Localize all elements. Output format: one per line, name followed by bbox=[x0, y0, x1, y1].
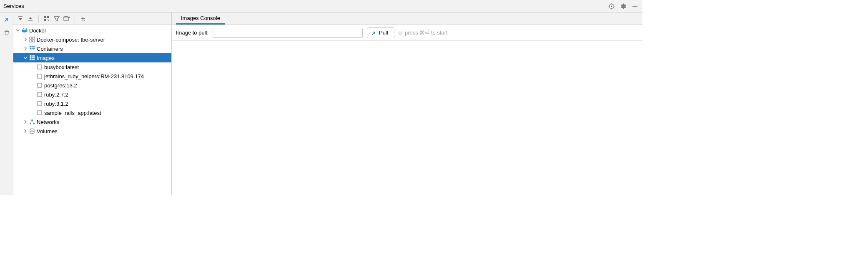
main: Docker Docker-compose: tbe-server Contai… bbox=[0, 12, 642, 195]
spacer bbox=[30, 110, 36, 116]
tree-label: Containers bbox=[36, 46, 63, 52]
svg-rect-11 bbox=[44, 19, 46, 21]
tree-toolbar bbox=[13, 12, 171, 25]
svg-rect-31 bbox=[32, 48, 33, 50]
svg-rect-20 bbox=[25, 30, 25, 30]
collapse-all-icon[interactable] bbox=[26, 14, 35, 23]
spacer bbox=[30, 92, 36, 97]
svg-rect-40 bbox=[32, 59, 33, 60]
tree-label: Volumes bbox=[36, 128, 58, 134]
svg-rect-18 bbox=[22, 30, 23, 30]
group-by-icon[interactable] bbox=[42, 14, 51, 23]
image-to-pull-input[interactable] bbox=[213, 28, 363, 38]
networks-icon bbox=[28, 119, 36, 125]
svg-rect-37 bbox=[32, 57, 33, 59]
tree-node-image[interactable]: postgres:13.2 bbox=[13, 81, 171, 90]
window-title: Services bbox=[3, 3, 607, 9]
svg-rect-27 bbox=[30, 46, 31, 47]
svg-rect-10 bbox=[47, 16, 49, 18]
tree-label: jetbrains_ruby_helpers:RM-231.8109.174 bbox=[43, 73, 144, 79]
docker-icon bbox=[21, 27, 28, 34]
tree-label: Networks bbox=[36, 119, 59, 125]
pull-label: Image to pull: bbox=[176, 30, 208, 36]
target-icon[interactable] bbox=[607, 2, 616, 10]
pull-button-label: Pull bbox=[379, 30, 388, 36]
svg-rect-43 bbox=[38, 74, 42, 78]
minimize-icon[interactable] bbox=[631, 2, 639, 10]
tree-node-docker-compose[interactable]: Docker-compose: tbe-server bbox=[13, 35, 171, 44]
svg-rect-34 bbox=[32, 55, 33, 57]
tree-label: postgres:13.2 bbox=[43, 82, 77, 89]
svg-rect-6 bbox=[632, 6, 637, 7]
add-icon[interactable] bbox=[78, 14, 88, 23]
svg-rect-29 bbox=[33, 46, 35, 47]
svg-rect-28 bbox=[32, 46, 33, 47]
tree-label: busybox:latest bbox=[43, 64, 79, 70]
image-item-icon bbox=[36, 91, 43, 98]
tree-panel: Docker Docker-compose: tbe-server Contai… bbox=[13, 12, 172, 195]
tree-node-image[interactable]: ruby:2.7.2 bbox=[13, 90, 171, 99]
chevron-right-icon[interactable] bbox=[23, 119, 28, 125]
spacer bbox=[30, 73, 36, 79]
tree-node-image[interactable]: busybox:latest bbox=[13, 62, 171, 72]
tree-node-image[interactable]: jetbrains_ruby_helpers:RM-231.8109.174 bbox=[13, 72, 171, 81]
tree-node-image[interactable]: sample_rails_app:latest bbox=[13, 108, 171, 117]
tree-node-images[interactable]: Images bbox=[13, 53, 171, 62]
containers-icon bbox=[28, 45, 36, 52]
compose-icon bbox=[28, 36, 36, 43]
svg-rect-21 bbox=[23, 28, 24, 29]
svg-point-1 bbox=[611, 5, 612, 7]
tree-body[interactable]: Docker Docker-compose: tbe-server Contai… bbox=[13, 25, 171, 195]
svg-rect-36 bbox=[30, 57, 31, 59]
tab-images-console[interactable]: Images Console bbox=[176, 12, 225, 25]
svg-rect-35 bbox=[33, 55, 35, 57]
svg-rect-33 bbox=[30, 55, 31, 57]
svg-rect-30 bbox=[30, 48, 31, 50]
tree-node-containers[interactable]: Containers bbox=[13, 44, 171, 53]
tree-node-docker[interactable]: Docker bbox=[13, 26, 171, 35]
tabbar: Images Console bbox=[172, 12, 642, 25]
svg-rect-25 bbox=[30, 40, 32, 42]
gear-icon[interactable] bbox=[619, 2, 627, 10]
svg-rect-45 bbox=[38, 92, 42, 97]
chevron-right-icon[interactable] bbox=[23, 128, 28, 134]
chevron-down-icon[interactable] bbox=[15, 27, 21, 33]
spacer bbox=[30, 64, 36, 70]
image-item-icon bbox=[36, 109, 43, 116]
svg-rect-47 bbox=[38, 111, 42, 115]
collapse-icon[interactable] bbox=[2, 15, 11, 24]
image-item-icon bbox=[36, 100, 43, 107]
pull-button[interactable]: Pull bbox=[367, 27, 394, 38]
left-gutter-toolbar bbox=[0, 12, 13, 195]
tree-label: Docker-compose: tbe-server bbox=[36, 37, 105, 43]
tree-label: ruby:3.1.2 bbox=[43, 101, 68, 107]
svg-rect-9 bbox=[44, 16, 46, 18]
tree-label: Images bbox=[36, 55, 55, 61]
chevron-right-icon[interactable] bbox=[23, 46, 28, 52]
image-item-icon bbox=[36, 82, 43, 89]
trash-icon[interactable] bbox=[2, 28, 11, 37]
svg-rect-24 bbox=[33, 37, 35, 39]
right-panel: Images Console Image to pull: Pull or pr… bbox=[172, 12, 642, 195]
tree-node-image[interactable]: ruby:3.1.2 bbox=[13, 99, 171, 108]
expand-all-icon[interactable] bbox=[16, 14, 25, 23]
tree-node-networks[interactable]: Networks bbox=[13, 117, 171, 127]
separator bbox=[38, 15, 39, 22]
pull-arrow-icon bbox=[371, 30, 376, 35]
svg-point-22 bbox=[25, 28, 27, 30]
svg-rect-46 bbox=[38, 102, 42, 106]
tree-label: Docker bbox=[28, 27, 46, 34]
filter-icon[interactable] bbox=[52, 14, 61, 23]
images-icon bbox=[28, 55, 36, 61]
open-new-tab-icon[interactable] bbox=[62, 14, 71, 23]
tree-node-volumes[interactable]: Volumes bbox=[13, 127, 171, 136]
right-body: Image to pull: Pull or press ⌘⏎ to start bbox=[172, 25, 642, 195]
svg-rect-26 bbox=[33, 40, 35, 42]
chevron-right-icon[interactable] bbox=[23, 37, 28, 42]
image-item-icon bbox=[36, 64, 43, 70]
titlebar-actions bbox=[607, 2, 639, 10]
volumes-icon bbox=[28, 128, 36, 134]
pull-hint: or press ⌘⏎ to start bbox=[399, 30, 448, 36]
chevron-down-icon[interactable] bbox=[23, 55, 28, 61]
svg-rect-44 bbox=[38, 83, 42, 87]
